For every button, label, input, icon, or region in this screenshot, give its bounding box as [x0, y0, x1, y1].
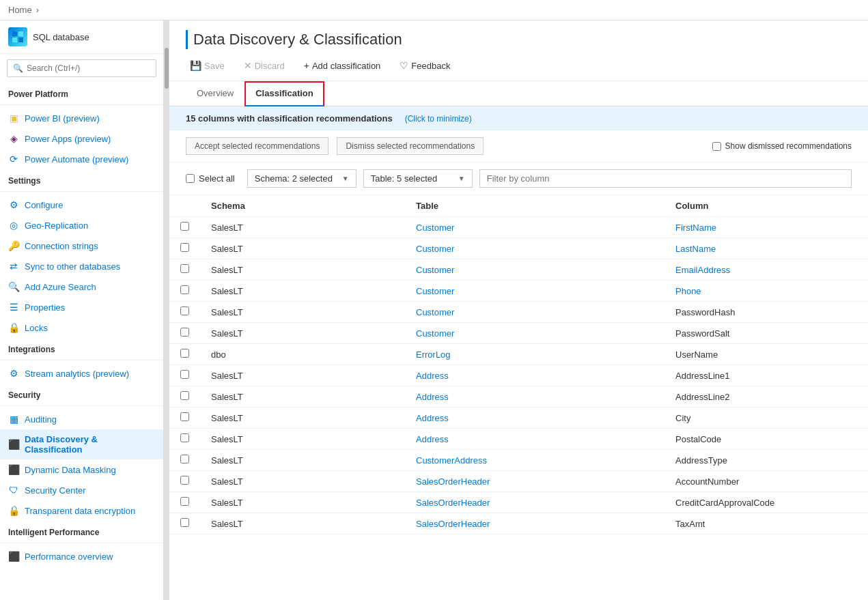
tab-classification[interactable]: Classification	[244, 81, 324, 106]
row-column[interactable]: LastName	[664, 238, 868, 259]
row-table[interactable]: Address	[405, 386, 664, 408]
security-center-icon: 🛡	[8, 485, 19, 496]
row-checkbox[interactable]	[180, 222, 189, 231]
row-checkbox[interactable]	[180, 285, 189, 294]
sidebar-item-locks[interactable]: 🔒 Locks	[0, 317, 163, 338]
feedback-button[interactable]: ♡ Feedback	[395, 57, 454, 74]
accept-recommendations-button[interactable]: Accept selected recommendations	[186, 137, 328, 155]
sidebar-item-stream-analytics[interactable]: ⚙ Stream analytics (preview)	[0, 363, 163, 384]
sidebar-item-power-bi[interactable]: ▣ Power BI (preview)	[0, 108, 163, 128]
row-checkbox[interactable]	[180, 370, 189, 379]
row-column: PasswordSalt	[664, 323, 868, 344]
sidebar-item-label: Transparent data encryption	[25, 506, 135, 516]
power-apps-icon: ◈	[8, 133, 19, 144]
recommendations-link[interactable]: (Click to minimize)	[405, 114, 472, 124]
row-checkbox[interactable]	[180, 306, 189, 315]
row-table[interactable]: Address	[405, 408, 664, 429]
row-table[interactable]: ErrorLog	[405, 344, 664, 365]
data-discovery-icon: ⬛	[8, 439, 19, 450]
table-row: SalesLTCustomerAddressAddressType	[169, 450, 868, 471]
row-checkbox[interactable]	[180, 433, 189, 442]
table-filter-dropdown[interactable]: Table: 5 selected ▼	[363, 169, 473, 188]
sidebar-item-sync-databases[interactable]: ⇄ Sync to other databases	[0, 256, 163, 276]
sidebar-item-data-discovery[interactable]: ⬛ Data Discovery & Classification	[0, 429, 163, 459]
select-all-checkbox[interactable]	[186, 174, 195, 183]
row-checkbox[interactable]	[180, 391, 189, 400]
row-checkbox[interactable]	[180, 328, 189, 337]
row-checkbox-cell	[169, 513, 200, 534]
content-area: Data Discovery & Classification 💾 Save ✕…	[169, 20, 868, 600]
row-checkbox-cell	[169, 450, 200, 471]
row-table[interactable]: CustomerAddress	[405, 450, 664, 471]
sidebar-item-security-center[interactable]: 🛡 Security Center	[0, 480, 163, 500]
row-column[interactable]: EmailAddress	[664, 259, 868, 281]
row-column: PostalCode	[664, 429, 868, 450]
row-checkbox[interactable]	[180, 476, 189, 485]
row-checkbox[interactable]	[180, 349, 189, 358]
tab-classification-label: Classification	[255, 88, 313, 98]
nav-section-security: Security	[0, 384, 163, 403]
row-checkbox[interactable]	[180, 518, 189, 527]
row-schema: SalesLT	[200, 492, 405, 513]
row-checkbox[interactable]	[180, 243, 189, 252]
row-checkbox-cell	[169, 217, 200, 238]
row-table[interactable]: Customer	[405, 259, 664, 281]
row-checkbox[interactable]	[180, 264, 189, 273]
add-classification-button[interactable]: + Add classification	[300, 57, 385, 74]
discard-icon: ✕	[244, 60, 252, 71]
sidebar-item-power-apps[interactable]: ◈ Power Apps (preview)	[0, 128, 163, 149]
row-table[interactable]: SalesOrderHeader	[405, 471, 664, 492]
row-table[interactable]: Address	[405, 429, 664, 450]
row-checkbox[interactable]	[180, 497, 189, 506]
sidebar-item-power-automate[interactable]: ⟳ Power Automate (preview)	[0, 149, 163, 169]
dismiss-recommendations-button[interactable]: Dismiss selected recommendations	[337, 137, 484, 155]
table-row: SalesLTAddressAddressLine2	[169, 386, 868, 408]
row-table[interactable]: Customer	[405, 302, 664, 323]
row-schema: SalesLT	[200, 408, 405, 429]
discard-button[interactable]: ✕ Discard	[240, 57, 289, 74]
row-table[interactable]: SalesOrderHeader	[405, 492, 664, 513]
row-column: AccountNumber	[664, 471, 868, 492]
row-table[interactable]: Customer	[405, 323, 664, 344]
row-table[interactable]: Address	[405, 365, 664, 386]
page-title-text: Data Discovery & Classification	[193, 31, 402, 48]
row-column[interactable]: Phone	[664, 281, 868, 302]
add-classification-label: Add classification	[312, 61, 380, 71]
select-all-text: Select all	[199, 173, 235, 184]
sidebar-item-auditing[interactable]: ▦ Auditing	[0, 409, 163, 429]
row-column[interactable]: FirstName	[664, 217, 868, 238]
row-checkbox-cell	[169, 281, 200, 302]
sidebar-item-geo-replication[interactable]: ◎ Geo-Replication	[0, 215, 163, 235]
sidebar-item-azure-search[interactable]: 🔍 Add Azure Search	[0, 276, 163, 297]
show-dismissed-text: Show dismissed recommendations	[725, 141, 852, 151]
sidebar-item-transparent-encryption[interactable]: 🔒 Transparent data encryption	[0, 500, 163, 521]
row-checkbox[interactable]	[180, 455, 189, 463]
sidebar-item-performance-overview[interactable]: ⬛ Performance overview	[0, 546, 163, 567]
row-table[interactable]: Customer	[405, 281, 664, 302]
row-table[interactable]: Customer	[405, 238, 664, 259]
breadcrumb-home[interactable]: Home	[8, 5, 32, 15]
search-container[interactable]: 🔍	[7, 59, 156, 77]
column-filter-input[interactable]	[479, 169, 852, 188]
sidebar-item-connection-strings[interactable]: 🔑 Connection strings	[0, 235, 163, 256]
show-dismissed-label[interactable]: Show dismissed recommendations	[712, 141, 852, 151]
save-button[interactable]: 💾 Save	[186, 57, 229, 74]
sidebar-item-properties[interactable]: ☰ Properties	[0, 297, 163, 317]
sidebar-item-configure[interactable]: ⚙ Configure	[0, 195, 163, 215]
sidebar-item-label: Sync to other databases	[25, 261, 120, 272]
sidebar-item-dynamic-masking[interactable]: ⬛ Dynamic Data Masking	[0, 459, 163, 480]
select-all-label[interactable]: Select all	[186, 173, 235, 184]
schema-filter-dropdown[interactable]: Schema: 2 selected ▼	[247, 169, 356, 188]
breadcrumb: Home ›	[0, 0, 868, 20]
show-dismissed-checkbox[interactable]	[712, 142, 721, 151]
row-schema: SalesLT	[200, 386, 405, 408]
table-row: SalesLTCustomerPasswordSalt	[169, 323, 868, 344]
recommendations-banner[interactable]: 15 columns with classification recommend…	[169, 106, 868, 130]
tab-overview[interactable]: Overview	[186, 81, 244, 106]
row-table[interactable]: SalesOrderHeader	[405, 513, 664, 534]
row-checkbox[interactable]	[180, 412, 189, 421]
search-input[interactable]	[27, 63, 150, 73]
row-table[interactable]: Customer	[405, 217, 664, 238]
toolbar: 💾 Save ✕ Discard + Add classification ♡ …	[186, 57, 852, 74]
table-row: SalesLTSalesOrderHeaderAccountNumber	[169, 471, 868, 492]
